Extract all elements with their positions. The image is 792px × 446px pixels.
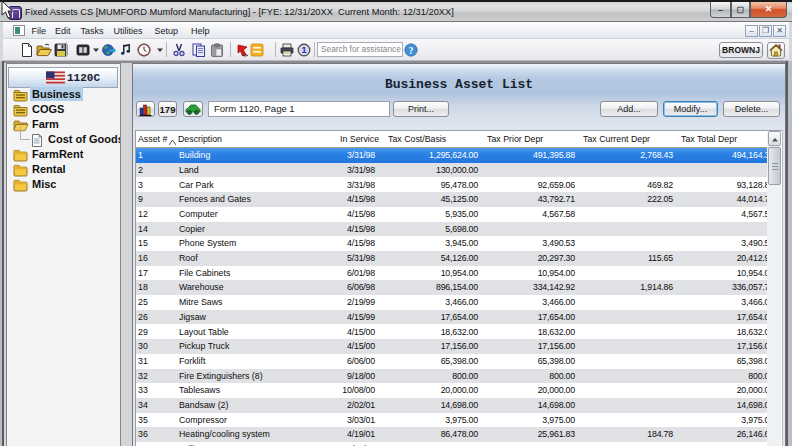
svg-text:1: 1 xyxy=(301,45,306,55)
svg-text:?: ? xyxy=(409,44,414,55)
